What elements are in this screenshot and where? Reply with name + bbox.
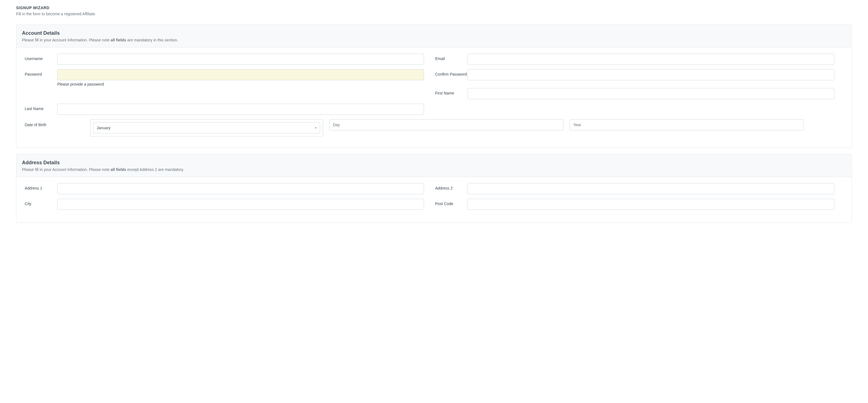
dob-group: Date of Birth January ▼	[25, 119, 845, 136]
address-panel-body: Address 1 Address 2 City P	[17, 177, 851, 223]
first-name-label: First Name	[435, 88, 468, 95]
username-input[interactable]	[57, 54, 424, 65]
page-title: SIGNUP WIZARD	[16, 5, 852, 10]
dob-year-input[interactable]	[569, 119, 804, 130]
address-panel-header: Address Details Please fill in your Acco…	[17, 154, 851, 177]
city-group: City	[25, 199, 435, 210]
account-panel-desc: Please fill in your Account Information.…	[22, 38, 846, 42]
address1-input[interactable]	[57, 183, 424, 194]
account-panel-header: Account Details Please fill in your Acco…	[17, 25, 851, 48]
empty-right	[435, 104, 845, 115]
email-group: Email	[435, 54, 845, 65]
email-input[interactable]	[468, 54, 834, 65]
username-group: Username	[25, 54, 435, 65]
postcode-input[interactable]	[468, 199, 834, 210]
password-input[interactable]	[57, 69, 424, 80]
address-desc-post: except Address 2 are mandatory.	[126, 167, 184, 172]
address-panel-desc: Please fill in your Account Information.…	[22, 167, 846, 172]
address2-group: Address 2	[435, 183, 845, 194]
password-label: Password	[25, 69, 57, 76]
account-panel-title: Account Details	[22, 30, 846, 36]
address-details-panel: Address Details Please fill in your Acco…	[16, 154, 852, 223]
password-group: Password Please provide a password	[25, 69, 435, 87]
postcode-group: Post Code	[435, 199, 845, 210]
account-desc-post: are mandatory in this section.	[126, 38, 178, 42]
first-name-input[interactable]	[468, 88, 834, 99]
confirm-password-input[interactable]	[468, 69, 834, 80]
postcode-label: Post Code	[435, 199, 468, 206]
dob-label: Date of Birth	[25, 119, 90, 127]
address-panel-title: Address Details	[22, 160, 846, 166]
address2-label: Address 2	[435, 183, 468, 190]
page-header: SIGNUP WIZARD Fill in the form to become…	[16, 5, 852, 16]
confirm-password-label: Confirm Password	[435, 69, 468, 76]
confirm-password-group: Confirm Password	[435, 69, 845, 87]
account-desc-bold: all fields	[111, 38, 126, 42]
email-label: Email	[435, 54, 468, 61]
page-subtitle: Fill in the form to become a registered …	[16, 12, 852, 16]
address-desc-bold: all fields	[111, 167, 126, 172]
first-name-group: First Name	[435, 88, 845, 99]
last-name-group: Last Name	[25, 104, 435, 115]
last-name-input[interactable]	[57, 104, 424, 115]
dob-month-container: January ▼	[90, 119, 323, 136]
password-help: Please provide a password	[57, 82, 424, 87]
address1-group: Address 1	[25, 183, 435, 194]
account-desc-pre: Please fill in your Account Information.…	[22, 38, 111, 42]
account-details-panel: Account Details Please fill in your Acco…	[16, 25, 852, 148]
city-label: City	[25, 199, 57, 206]
address-desc-pre: Please fill in your Account Information.…	[22, 167, 111, 172]
dob-day-input[interactable]	[329, 119, 563, 130]
last-name-label: Last Name	[25, 104, 57, 111]
address1-label: Address 1	[25, 183, 57, 190]
dob-month-select[interactable]: January	[93, 122, 320, 133]
account-panel-body: Username Email Password Please provide a…	[17, 48, 851, 148]
city-input[interactable]	[57, 199, 424, 210]
username-label: Username	[25, 54, 57, 61]
address2-input[interactable]	[468, 183, 834, 194]
